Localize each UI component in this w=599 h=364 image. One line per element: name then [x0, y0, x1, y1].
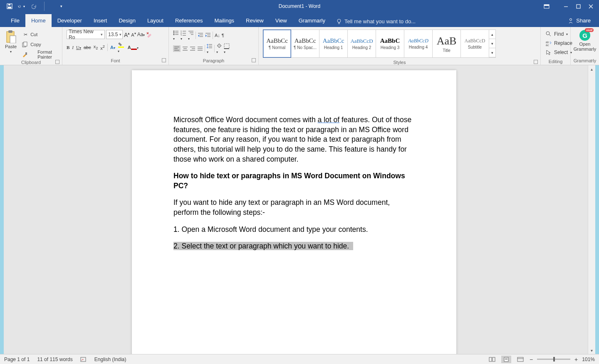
- shading-icon[interactable]: ▾: [216, 43, 222, 54]
- search-icon: [546, 31, 552, 37]
- zoom-slider[interactable]: [537, 359, 570, 360]
- style-item[interactable]: AaBbCcDSubtitle: [461, 30, 489, 58]
- paragraph-selected[interactable]: 2. Select the text or paragraph which yo…: [173, 241, 416, 251]
- decrease-indent-icon[interactable]: [198, 32, 203, 38]
- tab-insert[interactable]: Insert: [88, 14, 113, 27]
- multilevel-icon[interactable]: ▾: [188, 30, 194, 41]
- vertical-scrollbar[interactable]: ▴ ▾: [588, 65, 595, 354]
- scroll-up-icon[interactable]: ▴: [588, 65, 595, 73]
- align-left-icon[interactable]: [173, 45, 181, 52]
- grow-font-icon[interactable]: A▴: [124, 31, 130, 38]
- ribbon-display-icon[interactable]: [542, 2, 551, 11]
- document-content[interactable]: Microsoft Office Word document comes wit…: [132, 70, 456, 251]
- print-layout-icon[interactable]: [501, 356, 511, 363]
- style-item[interactable]: AaBbCcDHeading 4: [404, 30, 433, 58]
- dialog-launcher-icon[interactable]: [252, 58, 256, 62]
- tab-grammarly[interactable]: Grammarly: [293, 14, 331, 27]
- style-item[interactable]: AaBbCcHeading 1: [319, 30, 348, 58]
- style-more-icon[interactable]: ▾: [489, 48, 495, 57]
- style-item[interactable]: AaBbCcDHeading 2: [348, 30, 376, 58]
- zoom-out-icon[interactable]: −: [530, 356, 533, 363]
- highlight-icon[interactable]: ▾: [118, 42, 125, 53]
- tab-design[interactable]: Design: [113, 14, 141, 27]
- font-name-combo[interactable]: Times New Ro▾: [67, 30, 105, 39]
- dialog-launcher-icon[interactable]: [162, 58, 166, 62]
- justify-icon[interactable]: [197, 46, 203, 51]
- word-count[interactable]: 11 of 115 words: [37, 357, 72, 362]
- tab-mailings[interactable]: Mailings: [208, 14, 240, 27]
- font-color-icon[interactable]: A▾: [128, 45, 139, 50]
- italic-button[interactable]: I: [72, 45, 74, 50]
- style-item[interactable]: AaBTitle: [433, 30, 461, 58]
- shrink-font-icon[interactable]: A▾: [131, 32, 136, 37]
- align-center-icon[interactable]: [182, 46, 188, 51]
- web-layout-icon[interactable]: [515, 356, 525, 363]
- tab-home[interactable]: Home: [25, 14, 52, 27]
- underline-button[interactable]: U▾: [76, 45, 81, 50]
- redo-icon[interactable]: [30, 2, 39, 11]
- collapse-ribbon-icon[interactable]: ˆ: [588, 58, 595, 65]
- borders-icon[interactable]: ▾: [224, 43, 230, 54]
- page-indicator[interactable]: Page 1 of 1: [4, 357, 30, 362]
- tell-me-search[interactable]: Tell me what you want to do...: [331, 16, 421, 27]
- increase-indent-icon[interactable]: [205, 32, 211, 38]
- style-scroll-icon[interactable]: ▴: [489, 30, 495, 39]
- style-item[interactable]: AaBbCHeading 3: [376, 30, 404, 58]
- show-marks-icon[interactable]: ¶: [222, 33, 224, 38]
- svg-point-22: [173, 31, 175, 32]
- paragraph[interactable]: If you want to hide any text or paragrap…: [173, 198, 416, 217]
- save-icon[interactable]: [5, 2, 14, 11]
- style-scroll-icon[interactable]: ▾: [489, 39, 495, 48]
- line-spacing-icon[interactable]: ▾: [207, 43, 213, 54]
- style-item[interactable]: AaBbCc¶ No Spac...: [291, 30, 319, 58]
- format-painter-button[interactable]: Format Painter: [21, 50, 60, 59]
- tab-file[interactable]: File: [5, 14, 25, 27]
- cut-button[interactable]: ✂Cut: [21, 30, 60, 39]
- zoom-level[interactable]: 101%: [582, 357, 595, 362]
- select-button[interactable]: Select▾: [546, 48, 572, 57]
- replace-button[interactable]: abacReplace: [546, 39, 572, 47]
- share-button[interactable]: Share: [559, 15, 599, 27]
- language-indicator[interactable]: English (India): [94, 357, 126, 362]
- close-icon[interactable]: [585, 2, 597, 11]
- svg-rect-21: [118, 47, 124, 48]
- tab-developer[interactable]: Developer: [52, 14, 88, 27]
- heading-paragraph[interactable]: How to hide text or paragraphs in MS Wor…: [173, 171, 416, 191]
- tab-references[interactable]: References: [169, 14, 208, 27]
- bold-button[interactable]: B: [67, 45, 69, 50]
- font-size-combo[interactable]: 13.5▾: [106, 30, 123, 39]
- tab-view[interactable]: View: [270, 14, 293, 27]
- page[interactable]: Microsoft Office Word document comes wit…: [132, 70, 456, 354]
- strikethrough-button[interactable]: abc: [84, 45, 91, 50]
- find-button[interactable]: Find▾: [546, 30, 572, 38]
- paragraph[interactable]: Microsoft Office Word document comes wit…: [173, 115, 416, 164]
- zoom-in-icon[interactable]: +: [574, 356, 578, 363]
- sort-icon[interactable]: A↓: [215, 33, 220, 38]
- subscript-button[interactable]: x2: [94, 44, 98, 50]
- text-effects-icon[interactable]: A▾: [110, 45, 115, 50]
- qat-customize-icon[interactable]: ▾: [57, 2, 66, 11]
- open-grammarly-button[interactable]: G Open Grammarly: [570, 28, 599, 53]
- align-right-icon[interactable]: [190, 46, 196, 51]
- scroll-down-icon[interactable]: ▾: [588, 347, 595, 354]
- proofing-icon[interactable]: [80, 357, 87, 362]
- change-case-icon[interactable]: Aa▾: [137, 32, 145, 37]
- tab-layout[interactable]: Layout: [141, 14, 169, 27]
- read-mode-icon[interactable]: [487, 356, 497, 363]
- style-item[interactable]: AaBbCc¶ Normal: [263, 30, 291, 58]
- paragraph[interactable]: 1. Open a Microsoft Word document and ty…: [173, 225, 416, 235]
- tab-review[interactable]: Review: [240, 14, 270, 27]
- minimize-icon[interactable]: [560, 2, 572, 11]
- numbering-icon[interactable]: 123▾: [181, 30, 186, 41]
- styles-gallery: AaBbCc¶ NormalAaBbCc¶ No Spac...AaBbCcHe…: [263, 30, 496, 58]
- copy-button[interactable]: Copy: [21, 40, 60, 49]
- superscript-button[interactable]: x2: [100, 44, 105, 51]
- maximize-icon[interactable]: [572, 2, 584, 11]
- undo-icon[interactable]: ▾: [17, 2, 27, 11]
- dialog-launcher-icon[interactable]: [55, 60, 59, 64]
- dialog-launcher-icon[interactable]: [534, 60, 538, 64]
- selected-text[interactable]: 2. Select the text or paragraph which yo…: [173, 242, 353, 250]
- paste-button[interactable]: Paste ▾: [2, 28, 20, 55]
- clear-format-icon[interactable]: [146, 31, 153, 38]
- bullets-icon[interactable]: ▾: [173, 30, 179, 41]
